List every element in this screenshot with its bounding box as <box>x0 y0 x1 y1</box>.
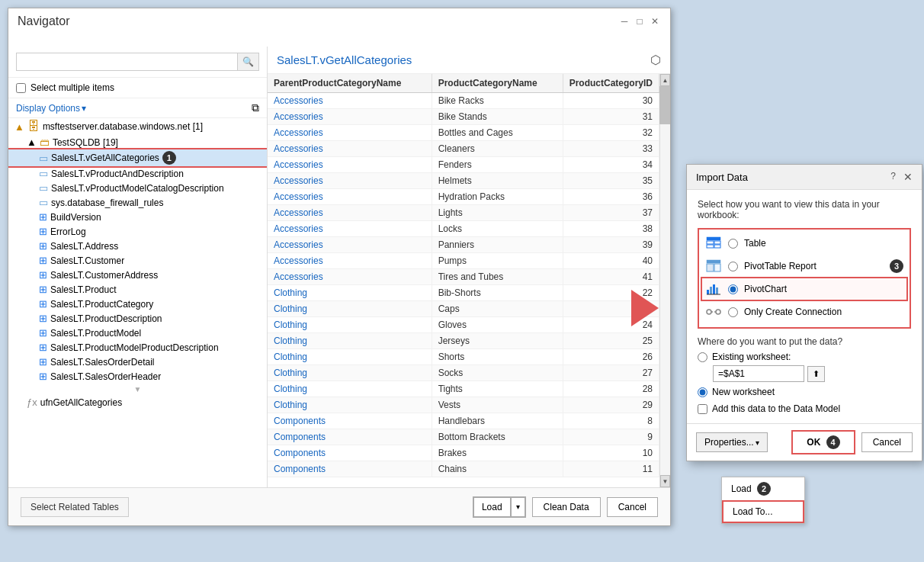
tree-item-ordheader[interactable]: ⊞ SalesLT.SalesOrderHeader <box>8 369 267 384</box>
tree-item-prodcat[interactable]: ⊞ SalesLT.ProductCategory <box>8 297 267 311</box>
cell-ref-input[interactable] <box>713 365 804 382</box>
item-label7: SalesLT.Customer <box>50 255 124 266</box>
view2-icon: ▭ <box>39 168 48 179</box>
clean-data-button[interactable]: Clean Data <box>532 497 601 517</box>
existing-ws-radio[interactable] <box>698 352 707 362</box>
import-option-pivotchart[interactable]: PivotChart <box>702 278 906 300</box>
cell-parent-category: Accessories <box>268 173 432 189</box>
import-where-title: Where do you want to put the data? <box>698 336 911 347</box>
import-dialog-title-label: Import Data <box>696 172 748 183</box>
search-input[interactable] <box>16 53 238 71</box>
select-multiple-checkbox[interactable] <box>16 83 26 93</box>
maximize-button[interactable]: □ <box>634 15 646 27</box>
view-name: SalesLT.vGetAllCategories <box>51 153 159 163</box>
minimize-button[interactable]: ─ <box>618 15 630 27</box>
load-option[interactable]: Load 2 <box>722 477 804 500</box>
import-option-connection[interactable]: Only Create Connection <box>702 301 906 323</box>
select-multiple-row: Select multiple items <box>8 78 267 98</box>
tree-item-vprod[interactable]: ▭ SalesLT.vProductAndDescription <box>8 166 267 181</box>
pivotchart-radio[interactable] <box>728 284 738 294</box>
load-to-option[interactable]: Load To... <box>722 500 804 523</box>
connection-option-icon <box>705 303 722 320</box>
item-label13: SalesLT.ProductModelProductDescription <box>50 342 219 353</box>
import-dialog-close-button[interactable]: ✕ <box>903 171 913 183</box>
data-scrollbar[interactable]: ▲ ▼ <box>659 74 670 487</box>
data-model-checkbox[interactable] <box>698 404 707 414</box>
tree-view-selected[interactable]: ▭ SalesLT.vGetAllCategories 1 <box>8 149 267 166</box>
ok-button[interactable]: OK 4 <box>791 430 855 454</box>
cell-category-name: Lights <box>432 205 563 221</box>
table-row: AccessoriesCleaners33 <box>268 141 659 157</box>
tree-item-errorlog[interactable]: ⊞ ErrorLog <box>8 224 267 239</box>
cancel-dialog-button[interactable]: Cancel <box>861 432 913 452</box>
tree-item-sysfw[interactable]: ▭ sys.database_firewall_rules <box>8 195 267 210</box>
col-header-id: ProductCategoryID <box>563 74 659 93</box>
item-label12: SalesLT.ProductModel <box>50 328 141 339</box>
connection-radio[interactable] <box>728 307 738 317</box>
item-label2: SalesLT.vProductModelCatalogDescription <box>51 183 224 194</box>
tree-item-vmodel[interactable]: ▭ SalesLT.vProductModelCatalogDescriptio… <box>8 181 267 195</box>
load-button[interactable]: Load <box>473 497 511 517</box>
svg-rect-2 <box>714 241 720 244</box>
pivottable-radio[interactable] <box>728 262 738 271</box>
svg-rect-7 <box>714 264 720 271</box>
tree-item-product[interactable]: ⊞ SalesLT.Product <box>8 282 267 297</box>
cell-category-id: 25 <box>563 333 659 349</box>
dialog-action-buttons: OK 4 Cancel <box>791 430 913 454</box>
cell-parent-category: Accessories <box>268 141 432 157</box>
tree-item-customer[interactable]: ⊞ SalesLT.Customer <box>8 253 267 268</box>
table-row: AccessoriesPumps40 <box>268 253 659 269</box>
cell-category-id: 34 <box>563 157 659 173</box>
tree-item-proddesc[interactable]: ⊞ SalesLT.ProductDescription <box>8 311 267 326</box>
cell-parent-category: Components <box>268 413 432 429</box>
cell-parent-category: Components <box>268 461 432 477</box>
expand-icon[interactable]: ⬡ <box>650 53 661 67</box>
func-icon: ƒx <box>27 397 37 408</box>
tree-db-node[interactable]: ▲ 🗃 TestSQLDB [19] <box>8 135 267 149</box>
scroll-down-button[interactable]: ▼ <box>660 475 670 487</box>
close-button[interactable]: ✕ <box>649 15 661 27</box>
svg-rect-10 <box>713 284 715 294</box>
cell-category-id: 9 <box>563 429 659 445</box>
tree-item-address[interactable]: ⊞ SalesLT.Address <box>8 239 267 253</box>
table-row: AccessoriesHydration Packs36 <box>268 189 659 205</box>
cancel-button[interactable]: Cancel <box>607 497 658 517</box>
import-dialog: Import Data ? ✕ Select how you want to v… <box>686 164 922 461</box>
tree-item-buildver[interactable]: ⊞ BuildVersion <box>8 210 267 224</box>
table-row: ClothingGloves24 <box>268 317 659 333</box>
scroll-up-button[interactable]: ▲ <box>660 74 670 86</box>
table-row: AccessoriesBike Racks30 <box>268 93 659 109</box>
cell-category-id: 36 <box>563 189 659 205</box>
import-option-table[interactable]: Table <box>702 233 906 254</box>
existing-ws-row: Existing worksheet: <box>698 352 911 362</box>
load-dropdown-button[interactable]: ▾ <box>511 497 525 517</box>
table-row: AccessoriesFenders34 <box>268 157 659 173</box>
tree-area[interactable]: ▲ 🗄 msftestserver.database.windows.net [… <box>8 118 267 487</box>
search-button[interactable]: 🔍 <box>238 53 259 71</box>
display-options-icon[interactable]: ⧉ <box>252 101 259 114</box>
properties-button[interactable]: Properties... ▾ <box>696 432 768 452</box>
tree-item-custaddr[interactable]: ⊞ SalesLT.CustomerAddress <box>8 268 267 282</box>
cell-category-id: 10 <box>563 445 659 461</box>
select-related-button[interactable]: Select Related Tables <box>21 497 129 517</box>
svg-rect-1 <box>707 241 714 244</box>
tree-func-node[interactable]: ƒx ufnGetAllCategories <box>8 395 267 409</box>
import-option-pivottable[interactable]: PivotTable Report 3 <box>702 255 906 277</box>
cell-ref-button[interactable]: ⬆ <box>807 366 825 382</box>
tree-item-prodmodel[interactable]: ⊞ SalesLT.ProductModel <box>8 326 267 340</box>
import-dialog-help-button[interactable]: ? <box>890 171 896 183</box>
table-row: ClothingJerseys25 <box>268 333 659 349</box>
tree-item-prodmodelproddesc[interactable]: ⊞ SalesLT.ProductModelProductDescription <box>8 340 267 355</box>
cell-parent-category: Accessories <box>268 93 432 109</box>
tree-server-node[interactable]: ▲ 🗄 msftestserver.database.windows.net [… <box>8 118 267 135</box>
scroll-thumb[interactable] <box>659 86 670 124</box>
svg-rect-4 <box>714 245 720 248</box>
cell-parent-category: Accessories <box>268 109 432 125</box>
select-multiple-label: Select multiple items <box>30 82 114 93</box>
display-options-link[interactable]: Display Options ▾ <box>16 103 86 114</box>
table-radio[interactable] <box>728 239 738 249</box>
toolbar-right-group: Load ▾ Clean Data Cancel <box>473 496 658 518</box>
tree-item-orddetail[interactable]: ⊞ SalesLT.SalesOrderDetail <box>8 355 267 369</box>
new-ws-radio[interactable] <box>698 387 707 397</box>
table-row: AccessoriesLocks38 <box>268 221 659 237</box>
